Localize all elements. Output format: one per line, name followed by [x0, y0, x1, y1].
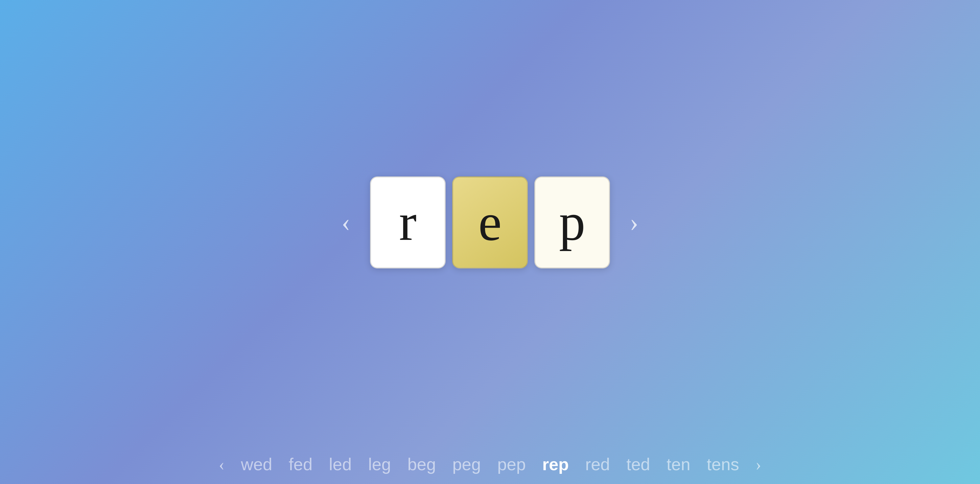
main-area: ‹ r e p ›: [0, 0, 980, 484]
letter-p: p: [559, 192, 585, 253]
word-led[interactable]: led: [329, 454, 352, 474]
word-rep[interactable]: rep: [542, 454, 569, 474]
word-ted[interactable]: ted: [626, 454, 650, 474]
letter-r: r: [399, 192, 416, 253]
bottom-nav: ‹ wed fed led leg beg peg pep rep red te…: [0, 444, 980, 484]
bottom-next-arrow[interactable]: ›: [756, 455, 761, 474]
card-p[interactable]: p: [535, 177, 610, 269]
card-r[interactable]: r: [370, 177, 445, 269]
word-leg[interactable]: leg: [368, 454, 391, 474]
card-e[interactable]: e: [452, 177, 528, 269]
word-red[interactable]: red: [585, 454, 610, 474]
cards-group: r e p: [370, 177, 610, 269]
word-ten[interactable]: ten: [667, 454, 690, 474]
word-pep[interactable]: pep: [497, 454, 526, 474]
word-fed[interactable]: fed: [289, 454, 313, 474]
prev-arrow[interactable]: ‹: [322, 207, 370, 237]
bottom-prev-arrow[interactable]: ‹: [219, 455, 224, 474]
next-arrow[interactable]: ›: [610, 207, 658, 237]
word-wed[interactable]: wed: [241, 454, 272, 474]
word-tens[interactable]: tens: [707, 454, 739, 474]
word-peg[interactable]: peg: [452, 454, 481, 474]
letter-e: e: [478, 192, 501, 253]
cards-container: ‹ r e p ›: [322, 177, 658, 269]
word-beg[interactable]: beg: [407, 454, 436, 474]
